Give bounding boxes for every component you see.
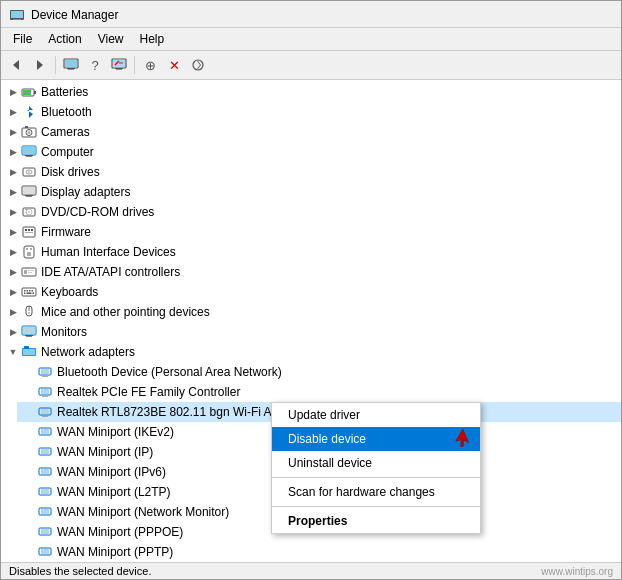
ctx-scan-hardware[interactable]: Scan for hardware changes bbox=[272, 480, 480, 504]
svg-rect-43 bbox=[25, 232, 33, 233]
realtek-wifi-label: Realtek RTL8723BE 802.11 bgn Wi-Fi Adapt… bbox=[57, 405, 306, 419]
tree-item-computer[interactable]: ▶ Computer bbox=[1, 142, 621, 162]
svg-rect-82 bbox=[41, 449, 49, 454]
tree-item-firmware[interactable]: ▶ Firmware bbox=[1, 222, 621, 242]
toolbar-update[interactable] bbox=[187, 54, 209, 76]
svg-rect-11 bbox=[116, 69, 122, 70]
expand-bluetooth[interactable]: ▶ bbox=[5, 104, 21, 120]
ctx-uninstall-device[interactable]: Uninstall device bbox=[272, 451, 480, 475]
svg-rect-59 bbox=[33, 293, 35, 295]
expand-keyboards[interactable]: ▶ bbox=[5, 284, 21, 300]
expand-cameras[interactable]: ▶ bbox=[5, 124, 21, 140]
tree-item-dvd[interactable]: ▶ DVD/CD-ROM drives bbox=[1, 202, 621, 222]
menu-action[interactable]: Action bbox=[40, 30, 89, 48]
tree-item-network-adapters[interactable]: ▼ Network adapters bbox=[1, 342, 621, 362]
firmware-label: Firmware bbox=[41, 225, 91, 239]
tree-item-hid[interactable]: ▶ Human Interface Devices bbox=[1, 242, 621, 262]
wan-pptp-label: WAN Miniport (PPTP) bbox=[57, 545, 173, 559]
expand-computer[interactable]: ▶ bbox=[5, 144, 21, 160]
toolbar-computer[interactable] bbox=[60, 54, 82, 76]
tree-item-wan-pptp[interactable]: ▶ WAN Miniport (PPTP) bbox=[17, 542, 621, 562]
wan-ip-label: WAN Miniport (IP) bbox=[57, 445, 153, 459]
network-adapters-label: Network adapters bbox=[41, 345, 135, 359]
back-icon bbox=[9, 58, 23, 72]
toolbar-add[interactable]: ⊕ bbox=[139, 54, 161, 76]
wan-pppoe-label: WAN Miniport (PPPOE) bbox=[57, 525, 183, 539]
svg-rect-53 bbox=[24, 290, 26, 292]
keyboards-label: Keyboards bbox=[41, 285, 98, 299]
expand-mice[interactable]: ▶ bbox=[5, 304, 21, 320]
expand-firmware[interactable]: ▶ bbox=[5, 224, 21, 240]
expand-batteries[interactable]: ▶ bbox=[5, 84, 21, 100]
monitor-icon bbox=[111, 58, 127, 72]
network-adapter-icon-6 bbox=[37, 464, 53, 480]
svg-rect-66 bbox=[25, 335, 33, 336]
svg-rect-55 bbox=[29, 290, 31, 292]
ide-icon bbox=[21, 264, 37, 280]
svg-rect-47 bbox=[27, 252, 31, 256]
toolbar-monitor[interactable] bbox=[108, 54, 130, 76]
tree-item-realtek-pcie[interactable]: ▶ Realtek PCIe FE Family Controller bbox=[17, 382, 621, 402]
expand-network[interactable]: ▼ bbox=[5, 344, 21, 360]
expand-dvd[interactable]: ▶ bbox=[5, 204, 21, 220]
toolbar-help[interactable]: ? bbox=[84, 54, 106, 76]
network-adapter-icon-1 bbox=[37, 364, 53, 380]
svg-rect-92 bbox=[41, 549, 49, 554]
expand-disk[interactable]: ▶ bbox=[5, 164, 21, 180]
svg-rect-78 bbox=[42, 416, 48, 417]
ctx-update-driver[interactable]: Update driver bbox=[272, 403, 480, 427]
ctx-disable-device[interactable]: Disable device bbox=[272, 427, 480, 451]
svg-rect-8 bbox=[67, 68, 75, 69]
toolbar-back[interactable] bbox=[5, 54, 27, 76]
menu-help[interactable]: Help bbox=[132, 30, 173, 48]
toolbar-sep-2 bbox=[134, 56, 135, 74]
monitor-tree-icon bbox=[21, 324, 37, 340]
forward-icon bbox=[33, 58, 47, 72]
svg-rect-64 bbox=[23, 327, 35, 334]
expand-monitors[interactable]: ▶ bbox=[5, 324, 21, 340]
tree-item-mice[interactable]: ▶ Mice and other pointing devices bbox=[1, 302, 621, 322]
menu-file[interactable]: File bbox=[5, 30, 40, 48]
disk-icon bbox=[21, 164, 37, 180]
menu-view[interactable]: View bbox=[90, 30, 132, 48]
expand-hid[interactable]: ▶ bbox=[5, 244, 21, 260]
tree-item-display[interactable]: ▶ Display adapters bbox=[1, 182, 621, 202]
tree-item-bt-pan[interactable]: ▶ Bluetooth Device (Personal Area Networ… bbox=[17, 362, 621, 382]
toolbar-forward[interactable] bbox=[29, 54, 51, 76]
svg-rect-52 bbox=[22, 288, 36, 296]
svg-rect-88 bbox=[41, 509, 49, 514]
ctx-properties[interactable]: Properties bbox=[272, 509, 480, 533]
mice-label: Mice and other pointing devices bbox=[41, 305, 210, 319]
svg-rect-57 bbox=[24, 293, 26, 295]
svg-marker-95 bbox=[455, 429, 473, 449]
cameras-label: Cameras bbox=[41, 125, 90, 139]
update-icon bbox=[191, 58, 205, 72]
title-bar: Device Manager bbox=[1, 1, 621, 28]
svg-rect-27 bbox=[25, 155, 33, 156]
tree-item-bluetooth[interactable]: ▶ Bluetooth bbox=[1, 102, 621, 122]
expand-ide[interactable]: ▶ bbox=[5, 264, 21, 280]
realtek-pcie-label: Realtek PCIe FE Family Controller bbox=[57, 385, 240, 399]
svg-rect-7 bbox=[68, 69, 74, 70]
tree-item-cameras[interactable]: ▶ Cameras bbox=[1, 122, 621, 142]
toolbar-remove[interactable]: ✕ bbox=[163, 54, 185, 76]
svg-point-62 bbox=[28, 312, 30, 314]
svg-rect-75 bbox=[42, 396, 48, 397]
dvd-icon bbox=[21, 204, 37, 220]
tree-item-monitors[interactable]: ▶ Monitors bbox=[1, 322, 621, 342]
svg-rect-54 bbox=[27, 290, 29, 292]
svg-rect-72 bbox=[42, 376, 48, 377]
svg-rect-50 bbox=[28, 270, 34, 271]
expand-display[interactable]: ▶ bbox=[5, 184, 21, 200]
keyboard-icon bbox=[21, 284, 37, 300]
tree-item-batteries[interactable]: ▶ Batteries bbox=[1, 82, 621, 102]
svg-rect-58 bbox=[27, 293, 32, 295]
network-adapter-icon-7 bbox=[37, 484, 53, 500]
tree-item-ide[interactable]: ▶ IDE ATA/ATAPI controllers bbox=[1, 262, 621, 282]
svg-rect-74 bbox=[41, 389, 49, 394]
device-tree[interactable]: ▶ Batteries ▶ Bluetooth ▶ Cam bbox=[1, 80, 621, 562]
network-adapter-icon-2 bbox=[37, 384, 53, 400]
tree-item-disk[interactable]: ▶ Disk drives bbox=[1, 162, 621, 182]
tree-item-keyboards[interactable]: ▶ Keyboards bbox=[1, 282, 621, 302]
hid-icon bbox=[21, 244, 37, 260]
